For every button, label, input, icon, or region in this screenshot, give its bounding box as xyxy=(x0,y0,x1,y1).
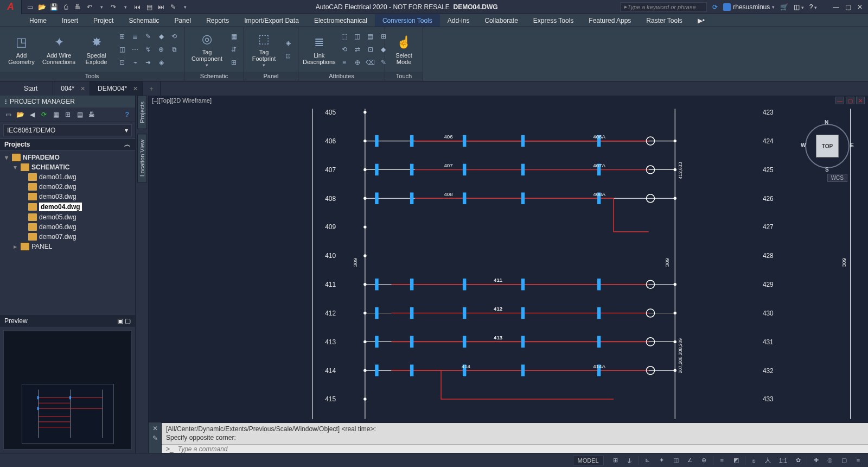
tab-home[interactable]: Home xyxy=(22,14,54,27)
grid-icon[interactable]: ⊞ xyxy=(610,455,621,466)
gear-icon[interactable]: ✿ xyxy=(793,455,803,466)
polar-icon[interactable]: ✦ xyxy=(656,455,667,466)
tab-insert[interactable]: Insert xyxy=(54,14,86,27)
help-icon[interactable]: ? xyxy=(809,3,817,11)
lineweight-icon[interactable]: ≡ xyxy=(717,455,727,466)
sidetab-location-view[interactable]: Location View xyxy=(137,134,147,182)
isolate-icon[interactable]: ✚ xyxy=(810,455,821,466)
tab-panel[interactable]: Panel xyxy=(167,14,199,27)
sync-icon[interactable]: ⟳ xyxy=(712,3,718,11)
tool-sm-8[interactable]: ↯ xyxy=(143,44,154,55)
pm-title[interactable]: ⫶ PROJECT MANAGER xyxy=(0,96,135,108)
pm-3-icon[interactable]: ▤ xyxy=(75,110,85,119)
panel-sm-2[interactable]: ⊡ xyxy=(283,51,293,61)
tab-video-icon[interactable]: ▶• xyxy=(690,14,712,27)
tab-conversion-tools[interactable]: Conversion Tools xyxy=(375,14,440,27)
tab-collaborate[interactable]: Collaborate xyxy=(477,14,525,27)
add-wire-connections-button[interactable]: ✦Add Wire Connections xyxy=(42,34,76,65)
hardware-icon[interactable]: ◎ xyxy=(825,455,835,466)
osnap-icon[interactable]: ◫ xyxy=(671,455,681,466)
snap-icon[interactable]: ⫝̸ xyxy=(624,455,635,466)
tree-file-selected[interactable]: demo04.dwg xyxy=(2,201,133,212)
redo-dropdown-icon[interactable] xyxy=(120,2,130,12)
close-button[interactable]: ✕ xyxy=(855,2,865,12)
cmd-history-icon[interactable]: ✕ xyxy=(152,425,158,432)
tool-sm-7[interactable]: ⋯ xyxy=(130,44,141,55)
vp-max-icon[interactable]: ▢ xyxy=(846,97,854,104)
vp-min-icon[interactable]: — xyxy=(835,97,844,104)
pm-new-icon[interactable]: ▭ xyxy=(3,110,13,119)
command-input[interactable]: >_ Type a command xyxy=(162,444,868,453)
attr-sm-10[interactable]: ⊕ xyxy=(352,57,363,68)
workspace-icon[interactable]: ⍟ xyxy=(749,455,760,466)
viewport-label[interactable]: [–][Top][2D Wireframe] — ▢ ✕ xyxy=(149,96,868,105)
undo-dropdown-icon[interactable] xyxy=(97,2,106,12)
tag-component-button[interactable]: ◎Tag Component xyxy=(189,30,225,68)
attr-sm-9[interactable]: ≡ xyxy=(339,57,350,68)
tool-sm-3[interactable]: ✎ xyxy=(143,31,154,42)
schem-sm-1[interactable]: ▦ xyxy=(228,31,239,42)
tree-file[interactable]: demo07.dwg xyxy=(2,232,133,242)
otrack-icon[interactable]: ∠ xyxy=(685,455,695,466)
tab-raster-tools[interactable]: Raster Tools xyxy=(639,14,690,27)
saveas-icon[interactable]: ⎙ xyxy=(61,2,71,12)
save-icon[interactable]: 💾 xyxy=(49,2,59,12)
doc-tab-004[interactable]: 004*✕ xyxy=(53,81,90,96)
tab-express-tools[interactable]: Express Tools xyxy=(526,14,581,27)
new-icon[interactable]: ▭ xyxy=(25,2,35,12)
app-menu-button[interactable]: A xyxy=(0,0,22,14)
model-space-canvas[interactable]: 405406407408409410411412413414415 423424… xyxy=(149,105,868,422)
attr-sm-2[interactable]: ◫ xyxy=(352,31,363,42)
plot-icon[interactable]: 🖶 xyxy=(73,2,82,12)
pm-prev-icon[interactable]: ◀ xyxy=(27,110,37,119)
attr-sm-11[interactable]: ⌫ xyxy=(365,57,376,68)
help-search-input[interactable]: ▸ Type a keyword or phrase xyxy=(620,2,707,12)
attr-sm-7[interactable]: ⊡ xyxy=(365,44,376,55)
clean-icon[interactable]: ▢ xyxy=(839,455,850,466)
new-doc-tab[interactable]: ＋ xyxy=(143,81,161,96)
project-prev-icon[interactable]: ⏮ xyxy=(132,2,142,12)
doc-tab-start[interactable]: Start xyxy=(16,81,53,96)
cmd-settings-icon[interactable]: ✎ xyxy=(152,434,158,442)
tree-panel-folder[interactable]: ▸PANEL xyxy=(2,242,133,251)
vp-close-icon[interactable]: ✕ xyxy=(856,97,865,104)
view-cube[interactable]: TOP N S E W xyxy=(803,122,852,171)
pm-open-icon[interactable]: 📂 xyxy=(15,110,25,119)
open-icon[interactable]: 📂 xyxy=(37,2,47,12)
tool-sm-14[interactable]: ◈ xyxy=(156,57,167,68)
add-geometry-button[interactable]: ◳Add Geometry xyxy=(4,34,39,65)
tag-footprint-button[interactable]: ⬚Tag Footprint xyxy=(248,30,279,68)
tab-import-export[interactable]: Import/Export Data xyxy=(237,14,307,27)
tool-sm-4[interactable]: ◆ xyxy=(156,31,167,42)
sidetab-projects[interactable]: Projects xyxy=(137,96,147,129)
tool-sm-13[interactable]: ➜ xyxy=(143,57,154,68)
project-file-icon[interactable]: ▤ xyxy=(144,2,154,12)
select-mode-button[interactable]: ☝Select Mode xyxy=(390,34,418,65)
tree-file[interactable]: demo06.dwg xyxy=(2,222,133,232)
annomon-icon[interactable]: 人 xyxy=(763,455,774,466)
close-tab-icon[interactable]: ✕ xyxy=(80,85,85,92)
pm-1-icon[interactable]: ▦ xyxy=(51,110,61,119)
tool-sm-9[interactable]: ⊕ xyxy=(156,44,167,55)
minimize-button[interactable]: — xyxy=(831,2,841,12)
app-frame-icon[interactable]: ◫ xyxy=(794,3,804,11)
script-icon[interactable]: ✎ xyxy=(168,2,178,12)
custom-icon[interactable]: ≡ xyxy=(853,455,864,466)
tab-project[interactable]: Project xyxy=(86,14,121,27)
tree-file[interactable]: demo01.dwg xyxy=(2,172,133,182)
user-menu[interactable]: rhesusminus ▾ xyxy=(723,3,775,11)
tool-sm-11[interactable]: ⊡ xyxy=(117,57,127,68)
tree-file[interactable]: demo03.dwg xyxy=(2,192,133,201)
tree-file[interactable]: demo02.dwg xyxy=(2,182,133,192)
dyn-icon[interactable]: ⊕ xyxy=(699,455,710,466)
cart-icon[interactable]: 🛒 xyxy=(780,3,788,11)
redo-icon[interactable]: ↷ xyxy=(108,2,118,12)
pm-project-combo[interactable]: IEC60617DEMO▾ xyxy=(3,124,132,136)
qat-more-icon[interactable] xyxy=(180,2,190,12)
maximize-button[interactable]: ▢ xyxy=(843,2,853,12)
close-tab-icon[interactable]: ✕ xyxy=(133,85,138,92)
pm-help-icon[interactable]: ? xyxy=(122,110,132,119)
tree-project-root[interactable]: ▾NFPADEMO xyxy=(2,153,133,162)
special-explode-button[interactable]: ✸Special Explode xyxy=(79,34,113,65)
doc-tab-demo04[interactable]: DEMO04*✕ xyxy=(90,81,143,96)
